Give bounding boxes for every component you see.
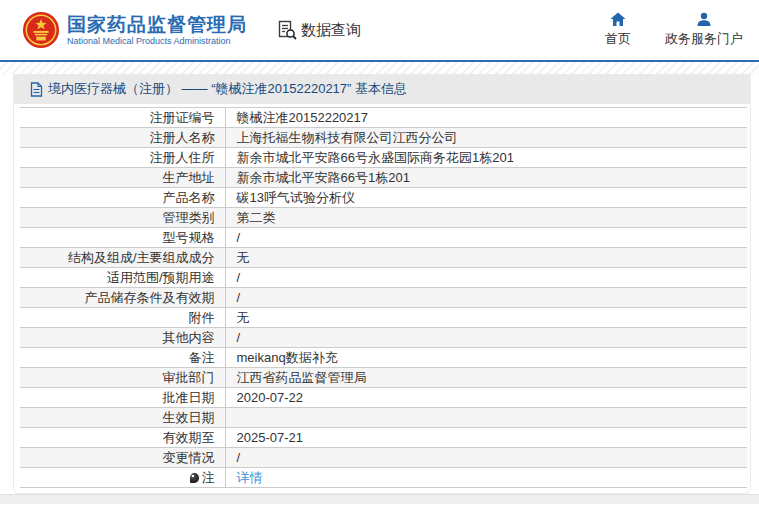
home-icon: [610, 12, 626, 27]
agency-title: 国家药品监督管理局: [67, 14, 247, 36]
table-row: 注册证编号赣械注准20152220217: [20, 108, 747, 128]
panel-body: 注册证编号赣械注准20152220217注册人名称上海托福生物科技有限公司江西分…: [14, 104, 750, 493]
row-value: 详情: [225, 468, 747, 488]
row-label-text: 注册人名称: [150, 130, 215, 145]
row-label: 批准日期: [20, 388, 225, 408]
table-row: 注详情: [20, 468, 747, 488]
row-value: 新余市城北平安路66号1栋201: [225, 168, 747, 188]
row-label: 产品名称: [20, 188, 225, 208]
row-value: 无: [225, 308, 747, 328]
row-label-text: 审批部门: [163, 370, 215, 385]
row-label: 注册证编号: [20, 108, 225, 128]
row-label: 适用范围/预期用途: [20, 268, 225, 288]
texture-strip: [0, 62, 759, 74]
row-label-text: 产品储存条件及有效期: [85, 290, 215, 305]
table-row: 结构及组成/主要组成成分无: [20, 248, 747, 268]
table-row: 产品名称碳13呼气试验分析仪: [20, 188, 747, 208]
row-label-text: 备注: [189, 350, 215, 365]
data-query-button[interactable]: 数据查询: [277, 20, 361, 40]
document-icon: [30, 82, 43, 97]
row-label-text: 附件: [189, 310, 215, 325]
row-label: 其他内容: [20, 328, 225, 348]
nav-home[interactable]: 首页: [605, 12, 631, 48]
row-label: 附件: [20, 308, 225, 328]
row-value: 碳13呼气试验分析仪: [225, 188, 747, 208]
row-value: 第二类: [225, 208, 747, 228]
nav-gov-portal-label: 政务服务门户: [665, 30, 743, 48]
row-value: /: [225, 268, 747, 288]
agency-subtitle: National Medical Products Administration: [67, 36, 247, 47]
agency-logo: 国家药品监督管理局 National Medical Products Admi…: [22, 11, 247, 49]
table-row: 管理类别第二类: [20, 208, 747, 228]
row-label-text: 型号规格: [163, 230, 215, 245]
row-value: /: [225, 288, 747, 308]
table-row: 产品储存条件及有效期/: [20, 288, 747, 308]
row-value: 赣械注准20152220217: [225, 108, 747, 128]
table-row: 适用范围/预期用途/: [20, 268, 747, 288]
national-emblem-icon: [22, 11, 60, 49]
row-label-text: 产品名称: [163, 190, 215, 205]
table-row: 生产地址新余市城北平安路66号1栋201: [20, 168, 747, 188]
data-query-label: 数据查询: [301, 21, 361, 40]
data-query-icon: [277, 20, 297, 40]
header: 国家药品监督管理局 National Medical Products Admi…: [0, 0, 759, 60]
table-row: 生效日期: [20, 408, 747, 428]
table-row: 注册人名称上海托福生物科技有限公司江西分公司: [20, 128, 747, 148]
content-panel: 境内医疗器械（注册） —— “赣械注准20152220217” 基本信息 注册证…: [13, 74, 751, 494]
row-label: 型号规格: [20, 228, 225, 248]
table-row: 批准日期2020-07-22: [20, 388, 747, 408]
row-label-text: 有效期至: [163, 430, 215, 445]
row-label: 有效期至: [20, 428, 225, 448]
table-row: 变更情况/: [20, 448, 747, 468]
row-label-text: 管理类别: [163, 210, 215, 225]
breadcrumb: 境内医疗器械（注册） —— “赣械注准20152220217” 基本信息: [14, 74, 750, 104]
row-label: 备注: [20, 348, 225, 368]
note-icon: [190, 473, 199, 483]
row-value: 江西省药品监督管理局: [225, 368, 747, 388]
row-value: 2020-07-22: [225, 388, 747, 408]
detail-link[interactable]: 详情: [237, 470, 263, 485]
row-value: 新余市城北平安路66号永盛国际商务花园1栋201: [225, 148, 747, 168]
row-label: 生产地址: [20, 168, 225, 188]
row-label-text: 其他内容: [163, 330, 215, 345]
table-row: 注册人住所新余市城北平安路66号永盛国际商务花园1栋201: [20, 148, 747, 168]
row-value: 2025-07-21: [225, 428, 747, 448]
row-value: [225, 408, 747, 428]
row-label: 生效日期: [20, 408, 225, 428]
table-row: 审批部门江西省药品监督管理局: [20, 368, 747, 388]
table-row: 其他内容/: [20, 328, 747, 348]
row-value: /: [225, 228, 747, 248]
row-value: meikanq数据补充: [225, 348, 747, 368]
row-label: 审批部门: [20, 368, 225, 388]
row-value: 无: [225, 248, 747, 268]
footer-strip: [0, 494, 759, 504]
row-label: 变更情况: [20, 448, 225, 468]
row-value: 上海托福生物科技有限公司江西分公司: [225, 128, 747, 148]
detail-table-body: 注册证编号赣械注准20152220217注册人名称上海托福生物科技有限公司江西分…: [20, 108, 747, 488]
top-nav: 首页 政务服务门户: [571, 12, 743, 48]
row-label-text: 变更情况: [163, 450, 215, 465]
row-label-text: 适用范围/预期用途: [107, 270, 215, 285]
row-label: 结构及组成/主要组成成分: [20, 248, 225, 268]
table-row: 备注meikanq数据补充: [20, 348, 747, 368]
row-label-text: 结构及组成/主要组成成分: [68, 250, 215, 265]
row-label-text: 注: [202, 470, 215, 485]
nav-gov-portal[interactable]: 政务服务门户: [665, 12, 743, 48]
row-label-text: 注册人住所: [150, 150, 215, 165]
table-row: 附件无: [20, 308, 747, 328]
row-value: /: [225, 448, 747, 468]
row-value: /: [225, 328, 747, 348]
row-label-text: 注册证编号: [150, 110, 215, 125]
user-icon: [696, 12, 712, 27]
row-label: 管理类别: [20, 208, 225, 228]
agency-name: 国家药品监督管理局 National Medical Products Admi…: [67, 14, 247, 47]
row-label-text: 生产地址: [163, 170, 215, 185]
table-row: 有效期至2025-07-21: [20, 428, 747, 448]
row-label: 注: [20, 468, 225, 488]
nav-home-label: 首页: [605, 30, 631, 48]
row-label: 产品储存条件及有效期: [20, 288, 225, 308]
row-label-text: 批准日期: [163, 390, 215, 405]
row-label: 注册人名称: [20, 128, 225, 148]
table-row: 型号规格/: [20, 228, 747, 248]
detail-table: 注册证编号赣械注准20152220217注册人名称上海托福生物科技有限公司江西分…: [20, 107, 747, 488]
